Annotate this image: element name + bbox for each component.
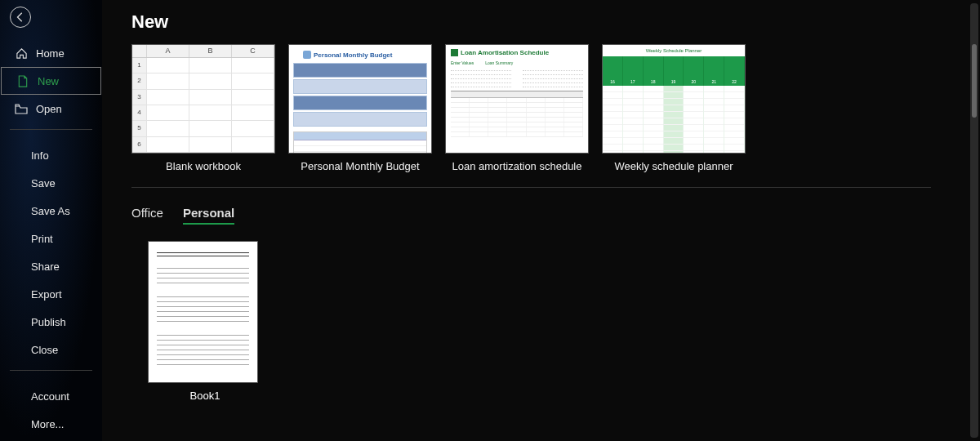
sidebar-item-label: Home <box>36 47 65 60</box>
sidebar-item-share[interactable]: Share <box>0 252 102 280</box>
sidebar-item-label: Open <box>36 103 62 115</box>
sidebar-item-more[interactable]: More... <box>0 410 102 438</box>
sidebar-primary-nav: Home New Open <box>0 39 102 122</box>
new-file-icon <box>16 75 29 87</box>
sidebar-item-home[interactable]: Home <box>0 39 102 67</box>
arrow-left-icon <box>15 11 26 23</box>
template-thumbnail: Weekly Schedule Planner 16 17 18 19 20 2… <box>602 44 746 154</box>
tab-office[interactable]: Office <box>131 206 163 225</box>
col-header: C <box>232 45 274 57</box>
sidebar-item-label: Publish <box>31 316 66 328</box>
sidebar-item-label: Account <box>31 390 69 403</box>
page-title: New <box>131 11 931 33</box>
template-label: Personal Monthly Budget <box>288 160 432 172</box>
sidebar-item-label: Close <box>31 344 58 356</box>
folder-open-icon <box>15 104 28 114</box>
vertical-scrollbar[interactable] <box>970 3 978 438</box>
template-card-blank-workbook[interactable]: A B C 1 2 3 4 5 6 Blank workbook <box>131 44 275 172</box>
template-thumbnail: A B C 1 2 3 4 5 6 <box>131 44 275 154</box>
sidebar-item-label: Share <box>31 261 60 273</box>
home-icon <box>15 47 28 60</box>
sidebar-item-label: Info <box>31 149 49 162</box>
template-gallery-row: A B C 1 2 3 4 5 6 Blank workbook <box>131 44 931 188</box>
sidebar-divider <box>10 370 92 371</box>
tab-personal[interactable]: Personal <box>183 206 234 225</box>
backstage-sidebar: Home New Open Info Save Save As Print Sh… <box>0 0 102 441</box>
sidebar-item-label: Export <box>31 288 62 301</box>
sidebar-item-info[interactable]: Info <box>0 141 102 169</box>
sidebar-item-open[interactable]: Open <box>0 95 102 122</box>
sidebar-item-label: More... <box>31 418 64 430</box>
sidebar-item-publish[interactable]: Publish <box>0 308 102 336</box>
sidebar-account-nav: Account More... <box>0 382 102 438</box>
sidebar-item-label: Save As <box>31 205 70 217</box>
sidebar-item-label: Print <box>31 233 53 245</box>
sidebar-item-save-as[interactable]: Save As <box>0 197 102 225</box>
sidebar-item-label: Save <box>31 177 56 189</box>
template-label: Weekly schedule planner <box>602 160 746 172</box>
sidebar-item-export[interactable]: Export <box>0 280 102 308</box>
sidebar-item-label: New <box>38 75 59 87</box>
template-thumbnail: Loan Amortisation Schedule Enter ValuesL… <box>445 44 589 154</box>
personal-template-card-book1[interactable]: Book1 <box>148 241 262 402</box>
sidebar-item-print[interactable]: Print <box>0 225 102 252</box>
template-label: Blank workbook <box>131 160 275 172</box>
template-thumbnail <box>148 241 258 383</box>
sidebar-divider <box>10 129 92 130</box>
main-panel: New A B C 1 2 3 4 5 <box>102 0 980 441</box>
sidebar-item-new[interactable]: New <box>1 67 101 95</box>
col-header: B <box>189 45 232 57</box>
template-source-tabs: Office Personal <box>131 206 931 225</box>
template-card-loan-amortization[interactable]: Loan Amortisation Schedule Enter ValuesL… <box>445 44 589 172</box>
sidebar-item-save[interactable]: Save <box>0 169 102 197</box>
template-label: Loan amortization schedule <box>445 160 589 172</box>
sidebar-item-account[interactable]: Account <box>0 382 102 410</box>
template-thumbnail: Personal Monthly Budget <box>288 44 432 154</box>
template-label: Book1 <box>148 390 262 402</box>
template-card-weekly-schedule-planner[interactable]: Weekly Schedule Planner 16 17 18 19 20 2… <box>602 44 746 172</box>
template-card-personal-monthly-budget[interactable]: Personal Monthly Budget Personal Monthly… <box>288 44 432 172</box>
sidebar-file-actions: Info Save Save As Print Share Export Pub… <box>0 141 102 363</box>
col-header: A <box>147 45 189 57</box>
personal-template-row: Book1 <box>131 241 931 402</box>
sidebar-item-close[interactable]: Close <box>0 336 102 363</box>
back-button[interactable] <box>10 7 31 28</box>
